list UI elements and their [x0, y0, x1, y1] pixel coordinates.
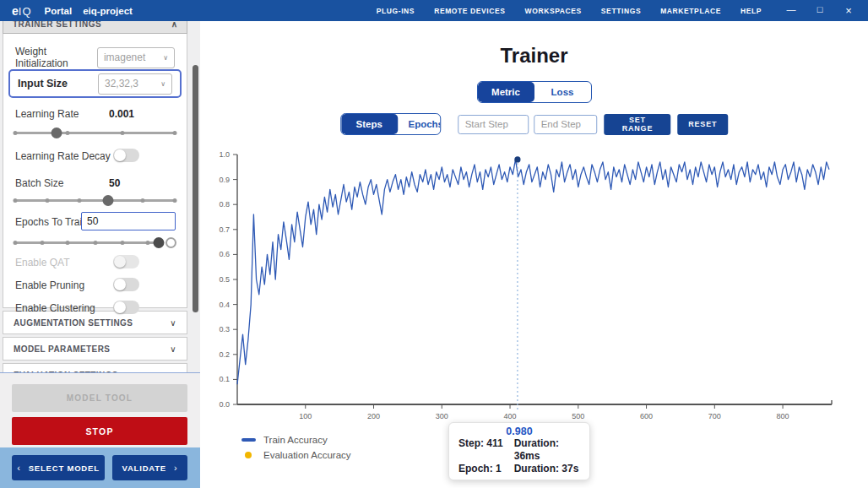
validate-label: VALIDATE — [122, 464, 167, 473]
app-name: Portal — [45, 6, 73, 16]
menu-item-marketplace[interactable]: MARKETPLACE — [660, 7, 721, 15]
sidebar-scrollbar[interactable] — [193, 65, 198, 312]
menu-item-workspaces[interactable]: WORKSPACES — [525, 7, 582, 15]
model-tool-button[interactable]: MODEL TOOL — [12, 384, 187, 412]
titlebar: eIQ Portal eiq-project PLUG-INS REMOTE D… — [0, 0, 868, 21]
start-step-input[interactable] — [458, 115, 529, 134]
slider-track — [15, 199, 175, 202]
enable-clustering-row: Enable Clustering — [15, 302, 175, 314]
epochs-to-train-row: Epochs To Train — [15, 216, 175, 228]
navigation-band: ‹ SELECT MODEL VALIDATE › — [0, 447, 200, 488]
chart-tooltip: 0.980 Step: 411 Duration: 36ms Epoch: 1 … — [448, 422, 590, 480]
enable-qat-label: Enable QAT — [15, 257, 69, 268]
menu-item-plugins[interactable]: PLUG-INS — [377, 7, 415, 15]
validate-button[interactable]: VALIDATE › — [112, 455, 187, 480]
tab-metric[interactable]: Metric — [478, 82, 534, 102]
enable-qat-toggle[interactable] — [113, 255, 139, 268]
sidebar-footer: MODEL TOOL STOP — [0, 372, 200, 447]
set-range-button[interactable]: SET RANGE — [605, 114, 671, 135]
tooltip-epoch-duration: Duration: 37s — [514, 463, 580, 475]
select-model-button[interactable]: ‹ SELECT MODEL — [12, 455, 105, 480]
end-step-input[interactable] — [534, 115, 598, 134]
svg-text:0.3: 0.3 — [219, 325, 230, 333]
accordion-augmentation-settings[interactable]: AUGMENTATION SETTINGS ∨ — [3, 311, 187, 334]
batch-size-row: Batch Size 50 — [15, 177, 175, 189]
trainer-settings-sidebar: TRAINER SETTINGS ∧ Weight Initialization… — [0, 21, 200, 488]
input-size-select[interactable]: 32,32,3 ∨ — [98, 73, 172, 95]
metric-loss-toggle: Metric Loss — [477, 81, 592, 103]
epochs-to-train-input[interactable] — [81, 212, 176, 230]
batch-size-slider-thumb[interactable] — [102, 195, 113, 206]
accordion-label: AUGMENTATION SETTINGS — [14, 318, 133, 328]
chart-controls-row: Steps Epochs SET RANGE RESET — [340, 113, 729, 135]
svg-text:1.0: 1.0 — [219, 150, 230, 159]
trainer-main-panel: 0.00.10.20.30.40.50.60.70.80.91.01002003… — [200, 21, 868, 488]
slider-dot — [120, 241, 124, 245]
learning-rate-decay-toggle[interactable] — [113, 149, 139, 162]
reset-button[interactable]: RESET — [677, 114, 728, 135]
accordion-label: MODEL PARAMETERS — [14, 344, 110, 354]
chevron-down-icon: ∨ — [170, 318, 176, 328]
evaluation-accuracy-dot-swatch — [245, 452, 252, 458]
accordion-model-parameters[interactable]: MODEL PARAMETERS ∨ — [3, 337, 187, 361]
input-size-row: Input Size 32,32,3 ∨ — [8, 69, 182, 98]
weight-initialization-select[interactable]: imagenet ∨ — [97, 47, 175, 68]
page-title: Trainer — [200, 44, 868, 68]
batch-size-slider[interactable] — [15, 194, 175, 206]
svg-text:0.5: 0.5 — [219, 275, 230, 284]
menu-item-remote-devices[interactable]: REMOTE DEVICES — [434, 7, 505, 15]
svg-text:700: 700 — [708, 412, 721, 420]
chevron-left-icon: ‹ — [17, 463, 20, 473]
chevron-down-icon: ∨ — [170, 344, 176, 354]
epochs-slider-max-ring — [165, 237, 176, 248]
chevron-down-icon: ∨ — [160, 80, 165, 88]
menu-item-help[interactable]: HELP — [741, 7, 762, 15]
slider-dot — [93, 241, 97, 245]
enable-pruning-toggle[interactable] — [113, 278, 139, 291]
tab-steps[interactable]: Steps — [341, 114, 398, 134]
chevron-down-icon: ∨ — [163, 54, 168, 62]
chart-legend: Train Accuracy Evaluation Accuracy — [241, 435, 351, 465]
svg-text:100: 100 — [299, 412, 312, 420]
svg-text:0.6: 0.6 — [219, 250, 230, 258]
svg-text:200: 200 — [367, 412, 380, 420]
logo-rest: IQ — [19, 5, 32, 18]
svg-text:0.8: 0.8 — [219, 200, 230, 209]
tab-loss[interactable]: Loss — [534, 82, 591, 102]
svg-text:800: 800 — [777, 412, 789, 420]
minimize-icon[interactable]: — — [777, 4, 806, 17]
slider-dot — [41, 241, 45, 245]
svg-text:600: 600 — [640, 412, 653, 420]
slider-dot — [45, 198, 49, 203]
svg-text:300: 300 — [436, 412, 448, 420]
epochs-to-train-slider[interactable] — [15, 236, 175, 248]
tooltip-step-duration: Duration: 36ms — [514, 437, 580, 463]
maximize-icon[interactable]: □ — [806, 4, 834, 17]
close-icon[interactable]: × — [834, 4, 863, 17]
weight-initialization-value: imagenet — [104, 52, 145, 63]
svg-text:400: 400 — [504, 412, 517, 420]
eiq-logo: eIQ — [12, 4, 32, 18]
legend-item-evaluation-accuracy: Evaluation Accuracy — [241, 450, 351, 460]
accordion-evaluation-settings[interactable]: EVALUATION SETTINGS ∨ — [3, 363, 187, 372]
tab-epochs[interactable]: Epochs — [398, 114, 442, 134]
slider-dot — [145, 241, 149, 245]
chevron-right-icon: › — [174, 463, 177, 473]
tooltip-step: Step: 411 — [458, 437, 503, 463]
slider-dot — [66, 241, 70, 245]
learning-rate-row: Learning Rate 0.001 — [15, 108, 175, 120]
epochs-slider-thumb[interactable] — [154, 237, 165, 248]
trainer-settings-header[interactable]: TRAINER SETTINGS ∧ — [3, 21, 187, 34]
learning-rate-slider[interactable] — [15, 127, 175, 138]
trainer-settings-label: TRAINER SETTINGS — [13, 21, 101, 33]
batch-size-label: Batch Size — [15, 177, 63, 189]
svg-text:0.7: 0.7 — [219, 225, 230, 234]
enable-clustering-toggle[interactable] — [113, 301, 139, 314]
legend-item-train-accuracy: Train Accuracy — [241, 435, 351, 445]
menu-item-settings[interactable]: SETTINGS — [601, 7, 641, 15]
toggle-knob — [114, 279, 126, 290]
learning-rate-slider-thumb[interactable] — [52, 127, 62, 138]
weight-initialization-row: Weight Initialization imagenet ∨ — [15, 46, 175, 69]
stop-button[interactable]: STOP — [12, 417, 187, 445]
legend-label: Evaluation Accuracy — [263, 450, 351, 460]
